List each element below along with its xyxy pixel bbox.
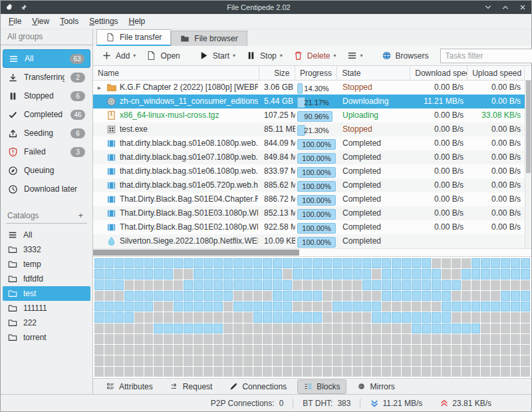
tab-attributes[interactable]: Attributes [100, 379, 160, 394]
block-cell [382, 323, 391, 333]
menu-item-tools[interactable]: Tools [55, 15, 84, 28]
block-cell [521, 291, 530, 301]
block-cell [412, 280, 421, 290]
catalog-item-test[interactable]: test [3, 286, 90, 301]
block-cell [253, 355, 263, 365]
tab-connections[interactable]: Connections [223, 379, 293, 394]
catalog-item-fdfdfd[interactable]: fdfdfd [3, 272, 90, 286]
sidebar-item-completed[interactable]: Completed46 [3, 105, 90, 124]
upload-speed-cell: 0.00 B/s [468, 150, 525, 164]
sidebar-item-all[interactable]: All63 [3, 49, 90, 68]
block-cell [323, 345, 332, 355]
block-cell [124, 355, 134, 365]
size-cell: 885.62 MB [259, 178, 295, 192]
table-row[interactable]: test.exe85.11 MB21.30%Stopped0.00 B/s0.0… [93, 122, 525, 136]
table-row[interactable]: that.dirty.black.bag.s01e06.1080p.web.h2… [93, 164, 525, 178]
table-row[interactable]: ▸K.G.F Chapter 2 (2022) [1080p] [WEBRip]… [93, 81, 525, 95]
block-cell [154, 312, 163, 322]
table-row[interactable]: Silverton.Siege.2022.1080p.Netflix.WEB-D… [93, 234, 525, 248]
table-row[interactable]: that.dirty.black.bag.s01e08.1080p.web.h2… [93, 136, 525, 150]
block-cell [352, 302, 362, 311]
menu-item-help[interactable]: Help [124, 15, 151, 28]
sidebar-item-download-later[interactable]: Download later [3, 180, 90, 198]
file-name: x86_64-linux-musl-cross.tgz [120, 108, 219, 122]
horizontal-scrollbar-thumb[interactable] [93, 250, 299, 256]
vertical-scrollbar[interactable] [525, 81, 531, 248]
block-cell [303, 258, 312, 268]
stop-button[interactable]: Stop▾ [241, 48, 287, 63]
block-cell [511, 323, 520, 333]
close-button[interactable] [519, 3, 527, 11]
minimize-button[interactable] [484, 3, 492, 11]
column-header-name[interactable]: Name [93, 66, 259, 80]
table-row[interactable]: That.Dirty.Black.Bag.S01E03.1080p.WEB.h2… [93, 206, 525, 220]
block-cell [293, 323, 302, 333]
open-button[interactable]: Open [142, 48, 184, 63]
catalog-item-torrent[interactable]: torrent [3, 330, 90, 345]
sidebar-item-failed[interactable]: Failed3 [3, 142, 90, 161]
add-button[interactable]: Add▾ [97, 48, 140, 63]
catalog-item-3332[interactable]: 3332 [3, 242, 90, 257]
block-cell [223, 367, 233, 377]
block-cell [144, 280, 154, 290]
sidebar-item-transferring[interactable]: Transferring2 [3, 68, 90, 87]
browsers-button[interactable]: Browsers [377, 48, 434, 63]
start-button[interactable]: Start▾ [194, 48, 240, 63]
expand-arrow-icon[interactable]: ▸ [96, 81, 103, 95]
more-menu-button[interactable]: ▾ [342, 48, 368, 63]
column-header-state[interactable]: State [337, 66, 410, 80]
catalog-item-temp[interactable]: temp [3, 257, 90, 272]
tab-file-transfer[interactable]: File transfer [96, 29, 171, 46]
download-tray-icon [8, 73, 18, 83]
delete-button[interactable]: Delete▾ [289, 48, 341, 63]
table-row[interactable]: that.dirty.black.bag.s01e05.720p.web.h26… [93, 178, 525, 192]
tab-blocks[interactable]: Blocks [297, 379, 346, 394]
tab-mirrors[interactable]: Mirrors [350, 379, 401, 394]
tab-request[interactable]: Request [164, 379, 219, 394]
menu-item-file[interactable]: File [3, 15, 27, 28]
block-cell [243, 302, 253, 311]
catalog-item-222[interactable]: 222 [3, 315, 90, 330]
button-label: Open [160, 51, 180, 61]
block-cell [352, 312, 362, 322]
progress-cell: 14.30% [295, 82, 338, 94]
progress-bar: 100.00% [297, 195, 336, 206]
block-cell [233, 269, 243, 279]
horizontal-scrollbar[interactable] [93, 248, 531, 257]
block-cell [94, 334, 104, 344]
catalog-item-all[interactable]: All [3, 228, 90, 242]
tab-file-browser[interactable]: File browser [171, 31, 247, 46]
document-icon [106, 33, 115, 42]
block-cell [164, 280, 173, 290]
tasks-filter-input[interactable] [441, 51, 532, 61]
maximize-button[interactable] [501, 3, 509, 11]
sidebar-item-queuing[interactable]: Queuing [3, 161, 90, 180]
block-cell [114, 280, 124, 290]
table-row[interactable]: That.Dirty.Black.Bag.S01E04.Chapter.Four… [93, 192, 525, 206]
menu-item-settings[interactable]: Settings [84, 15, 123, 28]
table-row[interactable]: That.Dirty.Black.Bag.S01E02.1080p.WEB.h2… [93, 220, 525, 234]
vertical-scrollbar-thumb[interactable] [526, 81, 531, 173]
column-header-upload-speed[interactable]: Upload speed [467, 66, 525, 80]
block-cell [124, 334, 134, 344]
block-cell [114, 269, 124, 279]
catalog-item-111111[interactable]: 111111 [3, 301, 90, 315]
sidebar-item-seeding[interactable]: Seeding6 [3, 124, 90, 142]
table-row[interactable]: zh-cn_windows_11_consumer_editions_upd…5… [93, 95, 525, 108]
column-header-progress[interactable]: Progress [295, 66, 338, 80]
add-catalog-button[interactable]: + [75, 210, 86, 220]
table-row[interactable]: x86_64-linux-musl-cross.tgz107.25 MB90.9… [93, 108, 525, 122]
block-cell [164, 258, 173, 268]
globe-icon [382, 51, 392, 61]
sidebar-item-stopped[interactable]: Stopped6 [3, 87, 90, 105]
download-speed-cell: 0.00 B/s [411, 136, 468, 150]
block-cell [174, 280, 183, 290]
menu-item-view[interactable]: View [27, 15, 55, 28]
column-header-download-speed[interactable]: Download speed [410, 66, 467, 80]
column-header-size[interactable]: Size [259, 66, 295, 80]
table-row[interactable]: that.dirty.black.bag.s01e07.1080p.web.h2… [93, 150, 525, 164]
block-cell [491, 312, 500, 322]
progress-bar: 90.96% [297, 111, 336, 122]
block-cell [144, 355, 154, 365]
block-cell [94, 355, 104, 365]
